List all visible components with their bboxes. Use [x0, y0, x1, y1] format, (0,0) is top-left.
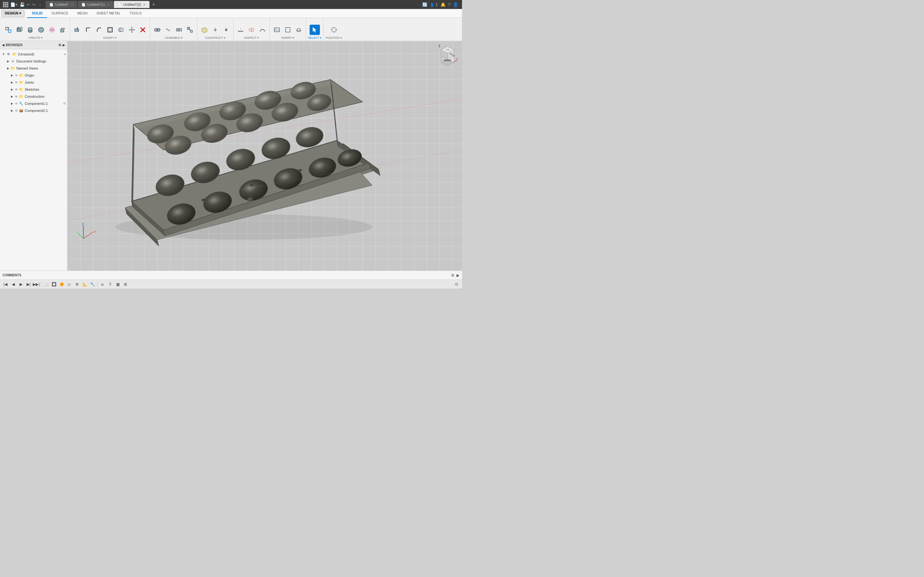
- tab-untitled2[interactable]: 📄 Untitled*(1) ✕: [78, 1, 113, 8]
- design-dropdown[interactable]: DESIGN ▾: [1, 10, 25, 17]
- viewport[interactable]: FRONT RIGHT TOP X Z X Z: [67, 41, 462, 271]
- box-btn[interactable]: [14, 25, 24, 35]
- insert-image-btn[interactable]: [272, 25, 282, 35]
- point-btn[interactable]: [221, 25, 231, 35]
- sketch-mode-btn[interactable]: ⬜: [43, 281, 50, 288]
- forward-btn[interactable]: →: [37, 2, 42, 7]
- timeline-prev-btn[interactable]: ◀: [10, 281, 17, 288]
- close-tab-1[interactable]: ✕: [71, 3, 73, 6]
- origin-expand[interactable]: ▶: [10, 74, 14, 77]
- tree-named-views[interactable]: ▶ 📁 Named Views: [0, 65, 67, 72]
- measure-btn[interactable]: [236, 25, 246, 35]
- interference-btn[interactable]: [246, 25, 257, 35]
- redo-btn[interactable]: ↪: [32, 2, 36, 7]
- account-icon[interactable]: 👤: [453, 2, 458, 7]
- motion-btn[interactable]: [163, 25, 173, 35]
- help-icon[interactable]: ?: [448, 2, 451, 7]
- root-expand-arrow[interactable]: ▼: [1, 53, 6, 56]
- chamfer-btn[interactable]: [94, 25, 104, 35]
- close-tab-2[interactable]: ✕: [107, 3, 110, 6]
- comp2-eye-icon[interactable]: 👁: [14, 108, 19, 113]
- browser-resize-icon[interactable]: ▶: [63, 43, 65, 47]
- joint-btn[interactable]: [152, 25, 162, 35]
- new-component-btn[interactable]: [3, 25, 13, 35]
- tree-joints[interactable]: ▶ 👁 📁 Joints: [0, 79, 67, 86]
- tree-root[interactable]: ▼ 👁 📁 (Unsaved) ●: [0, 51, 67, 58]
- construction-expand[interactable]: ▶: [10, 95, 14, 98]
- axis-btn[interactable]: [210, 25, 220, 35]
- timeline-end-btn[interactable]: ▶▶|: [33, 281, 40, 288]
- shell-btn[interactable]: [105, 25, 115, 35]
- canvas-btn[interactable]: [283, 25, 293, 35]
- cube-navigator[interactable]: FRONT RIGHT TOP X Z: [436, 44, 459, 67]
- tree-component2[interactable]: ▶ 👁 📦 Component2:1: [0, 107, 67, 114]
- file-menu[interactable]: 📄▾: [10, 2, 18, 7]
- section-btn[interactable]: ▦: [114, 281, 121, 288]
- align-btn2[interactable]: ⊞: [122, 281, 129, 288]
- sphere-btn[interactable]: [36, 25, 46, 35]
- timeline-next-btn[interactable]: ▶|: [25, 281, 32, 288]
- tree-construction[interactable]: ▶ 👁 📁 Construction: [0, 93, 67, 100]
- cam-btn[interactable]: 🔧: [89, 281, 96, 288]
- browser-collapse-icon[interactable]: ◀: [2, 43, 5, 47]
- render-btn[interactable]: 🔶: [58, 281, 65, 288]
- comp1-eye-icon[interactable]: 👁: [14, 101, 19, 106]
- tab-mesh[interactable]: MESH: [73, 9, 92, 18]
- comments-expand-icon[interactable]: ▶: [457, 273, 459, 277]
- joints-eye-icon[interactable]: 👁: [14, 80, 19, 85]
- draw-btn[interactable]: 📐: [81, 281, 88, 288]
- comments-settings-icon[interactable]: ⚙: [451, 273, 455, 277]
- tab-untitled3[interactable]: 📄 Untitled*(2) ✕: [114, 1, 150, 8]
- simulate-btn[interactable]: ⚙: [73, 281, 81, 288]
- delete-btn[interactable]: [137, 25, 148, 35]
- undo-btn[interactable]: ↩: [27, 2, 30, 7]
- timeline-play-btn[interactable]: ▶: [17, 281, 24, 288]
- user-count[interactable]: 👤 1: [430, 2, 438, 7]
- tree-origin[interactable]: ▶ 👁 📁 Origin: [0, 72, 67, 79]
- mirror-btn[interactable]: ⧈: [99, 281, 106, 288]
- save-btn[interactable]: 💾: [19, 2, 25, 7]
- close-tab-3[interactable]: ✕: [143, 3, 145, 6]
- construction-eye-icon[interactable]: 👁: [14, 94, 19, 99]
- cylinder-btn[interactable]: [25, 25, 35, 35]
- tree-document-settings[interactable]: ▶ ⚙ Document Settings: [0, 58, 67, 65]
- rigid-btn[interactable]: [185, 25, 195, 35]
- tab-surface[interactable]: SURFACE: [47, 9, 73, 18]
- fillet-btn[interactable]: [83, 25, 94, 35]
- decal-btn[interactable]: [294, 25, 304, 35]
- move-btn[interactable]: [127, 25, 137, 35]
- sketches-eye-icon[interactable]: 👁: [14, 87, 19, 92]
- special-btn[interactable]: [47, 25, 57, 35]
- contact-btn[interactable]: [174, 25, 184, 35]
- root-eye-icon[interactable]: 👁: [6, 52, 11, 57]
- bell-icon[interactable]: 🔔: [441, 2, 446, 7]
- timeline-start-btn[interactable]: |◀: [2, 281, 9, 288]
- plane-btn[interactable]: [199, 25, 210, 35]
- sketches-expand[interactable]: ▶: [10, 88, 14, 91]
- app-icon[interactable]: [3, 2, 8, 7]
- push-pull-btn[interactable]: [72, 25, 82, 35]
- doc-settings-expand[interactable]: ▶: [6, 60, 10, 63]
- refresh-icon[interactable]: 🔄: [422, 2, 427, 7]
- tree-sketches[interactable]: ▶ 👁 📁 Sketches: [0, 86, 67, 93]
- select-btn[interactable]: [310, 25, 320, 35]
- comp2-expand[interactable]: ▶: [10, 109, 14, 112]
- comp1-expand[interactable]: ▶: [10, 102, 14, 105]
- browser-settings-icon[interactable]: ⚙: [58, 43, 61, 47]
- tab-solid[interactable]: SOLID: [27, 9, 47, 18]
- tab-sheet-metal[interactable]: SHEET METAL: [92, 9, 125, 18]
- combine-btn[interactable]: [116, 25, 126, 35]
- tree-component1[interactable]: ▶ 👁 🔧 Component1:1 ⚙: [0, 100, 67, 107]
- tab-tools[interactable]: TOOLS: [125, 9, 146, 18]
- position-btn[interactable]: [329, 25, 339, 35]
- 3d-mode-btn[interactable]: 🔲: [50, 281, 57, 288]
- origin-eye-icon[interactable]: 👁: [14, 73, 19, 77]
- named-views-expand[interactable]: ▶: [6, 67, 10, 70]
- animate-btn[interactable]: ▷: [66, 281, 73, 288]
- new-tab-button[interactable]: +: [150, 1, 157, 8]
- pattern-btn[interactable]: ⠿: [107, 281, 113, 288]
- gear-settings-icon[interactable]: ⚙: [455, 282, 459, 287]
- tab-untitled1[interactable]: 📄 Untitled* ✕: [45, 1, 77, 8]
- curvature-btn[interactable]: [257, 25, 268, 35]
- extrude-btn[interactable]: [58, 25, 68, 35]
